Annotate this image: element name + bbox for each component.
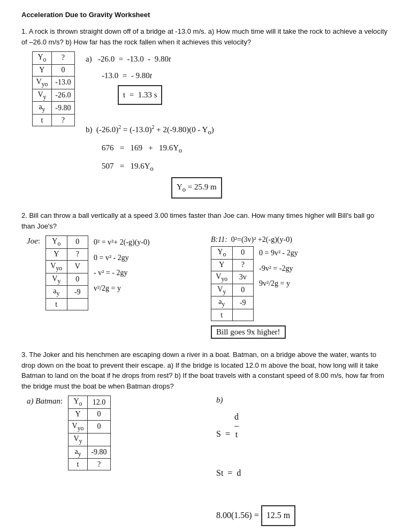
bill-eq3: 9v²/2g = y: [259, 277, 390, 291]
var-ay-label: ay: [33, 102, 52, 115]
p3b-calc: 8.00(1.56) = 12.5 m: [216, 504, 390, 527]
joe-eq2: 0 = v² - 2gy: [94, 251, 206, 265]
problem-3b: b) S = dt St = d 8.00(1.56) = 12.5 m: [216, 396, 390, 528]
joe-eq1: 0² = v²+ 2(-g)(y-0): [94, 235, 206, 250]
bill-eq1: 0 = 9v² - 2gy: [259, 246, 390, 261]
var-t-val: ?: [51, 115, 74, 126]
joe-eq3: - v² = - 2gy: [94, 266, 206, 280]
problem-3a: a) Batman: Yo12.0 Y0 Vyo0 Vy ay-9.80 t?: [27, 396, 200, 528]
joe-work: Joe: Yo0 Y? VyoV Vy0 ay-9 t 0² = v²+ 2(-…: [27, 235, 206, 340]
problem-3: 3. The Joker and his henchmen are escapi…: [21, 349, 390, 532]
problem-2-text: 2. Bill can throw a ball vertically at a…: [21, 210, 390, 231]
p3b-eq1: S = dt St = d 8.00(1.56) = 12.5 m: [216, 409, 390, 527]
var-t-label: t: [33, 115, 52, 126]
var-y-label: Y: [33, 64, 52, 76]
bill-work: B:11: 0²=(3v)² +2(-g)(y-0) Yo0 Y? Vyo3v …: [211, 235, 390, 340]
problem-1-work: Yo? Y0 Vyo-13.0 Vy-26.0 ay-9.80 t? a) -2…: [32, 51, 390, 201]
problem-1-math: a) -26.0 = -13.0 - 9.80t -13.0 = - 9.80t…: [86, 51, 390, 201]
p1-part-a-label: a) -26.0 = -13.0 - 9.80t: [86, 51, 390, 67]
bill-header: B:11: 0²=(3v)² +2(-g)(y-0): [211, 235, 390, 244]
var-vy-label: Vy: [33, 89, 52, 102]
batman-table: Yo12.0 Y0 Vyo0 Vy ay-9.80 t?: [68, 396, 111, 470]
joe-equations: 0² = v²+ 2(-g)(y-0) 0 = v² - 2gy - v² = …: [94, 235, 206, 297]
problem-1-text: 1. A rock is thrown straight down off of…: [21, 26, 390, 47]
problem-1: 1. A rock is thrown straight down off of…: [21, 26, 390, 201]
p1-part-b-line2: 676 = 169 + 19.6Yo: [102, 140, 390, 157]
bill-equations: 0 = 9v² - 2gy -9v² = -2gy 9v²/2g = y: [259, 246, 390, 292]
page-title: Acceleration Due to Gravity Worksheet: [21, 11, 390, 19]
var-ay-val: -9.80: [51, 102, 74, 115]
joe-label: Joe:: [27, 237, 40, 246]
bill-table: Yo0 Y? Vyo3v Vy0 ay-9 t: [211, 246, 254, 321]
problem-2-work: Joe: Yo0 Y? VyoV Vy0 ay-9 t 0² = v²+ 2(-…: [27, 235, 390, 340]
var-yo-label: Yo: [33, 52, 52, 65]
var-vyo-val: -13.0: [51, 76, 74, 89]
batman-label: a) Batman:: [27, 397, 63, 406]
problem-3-text: 3. The Joker and his henchmen are escapi…: [21, 349, 390, 391]
bill-eq2: -9v² = -2gy: [259, 262, 390, 276]
p1-part-b-box: Yo = 25.9 m: [171, 176, 390, 200]
p1-part-b-line3: 507 = 19.6Yo: [102, 158, 390, 176]
p1-part-a-box: t = 1.33 s: [118, 84, 390, 106]
problem-2: 2. Bill can throw a ball vertically at a…: [21, 210, 390, 340]
joe-table: Yo0 Y? VyoV Vy0 ay-9 t: [45, 235, 88, 310]
var-vy-val: -26.0: [51, 89, 74, 102]
p3b-s-eq: S = dt: [216, 409, 390, 443]
p1-part-b-label: b) (-26.0)2 = (-13.0)2 + 2(-9.80)(0 - Yo…: [86, 122, 390, 139]
var-yo-val: ?: [51, 52, 74, 65]
problem-3-work: a) Batman: Yo12.0 Y0 Vyo0 Vy ay-9.80 t? …: [27, 396, 390, 528]
var-vyo-label: Vyo: [33, 76, 52, 89]
p3b-st-eq: St = d: [216, 465, 390, 481]
p1-part-a-line2: -13.0 = - 9.80t: [86, 68, 390, 83]
joe-eq4: v²/2g = y: [94, 282, 206, 296]
problem-1-table: Yo? Y0 Vyo-13.0 Vy-26.0 ay-9.80 t?: [32, 51, 75, 201]
p3b-label: b): [216, 396, 390, 405]
var-y-val: 0: [51, 64, 74, 76]
bill-box: Bill goes 9x higher!: [211, 324, 390, 340]
